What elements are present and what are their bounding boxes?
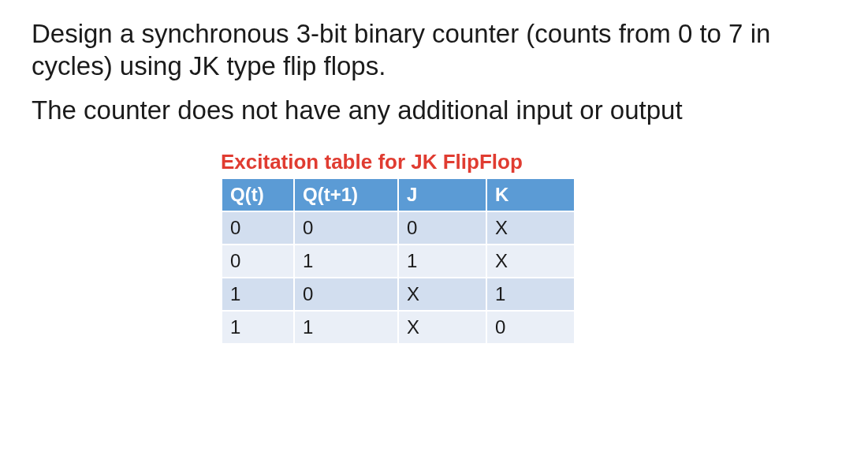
cell-qt: 1 — [222, 311, 294, 344]
cell-qt1: 0 — [294, 278, 398, 311]
table-row: 1 1 X 0 — [222, 311, 575, 344]
cell-j: X — [398, 311, 486, 344]
table-row: 1 0 X 1 — [222, 278, 575, 311]
cell-k: X — [486, 245, 575, 278]
cell-qt1: 0 — [294, 211, 398, 245]
excitation-table: Q(t) Q(t+1) J K 0 0 0 X 0 1 1 X — [221, 177, 576, 345]
cell-k: 0 — [486, 311, 575, 344]
cell-j: X — [398, 278, 486, 311]
table-row: 0 0 0 X — [222, 211, 575, 245]
cell-k: 1 — [486, 278, 575, 311]
table-row: 0 1 1 X — [222, 245, 575, 278]
table-header-row: Q(t) Q(t+1) J K — [222, 178, 575, 211]
excitation-table-container: Excitation table for JK FlipFlop Q(t) Q(… — [221, 150, 836, 345]
cell-qt1: 1 — [294, 245, 398, 278]
cell-k: X — [486, 211, 575, 245]
cell-qt1: 1 — [294, 311, 398, 344]
col-header-j: J — [398, 178, 486, 211]
slide: Design a synchronous 3-bit binary counte… — [0, 0, 868, 463]
cell-j: 0 — [398, 211, 486, 245]
problem-statement-line1: Design a synchronous 3-bit binary counte… — [32, 17, 836, 83]
col-header-k: K — [486, 178, 575, 211]
problem-statement-line2: The counter does not have any additional… — [32, 94, 836, 126]
col-header-qt1: Q(t+1) — [294, 178, 398, 211]
cell-qt: 1 — [222, 278, 294, 311]
col-header-qt: Q(t) — [222, 178, 294, 211]
cell-qt: 0 — [222, 211, 294, 245]
cell-j: 1 — [398, 245, 486, 278]
cell-qt: 0 — [222, 245, 294, 278]
excitation-table-title: Excitation table for JK FlipFlop — [221, 150, 836, 174]
